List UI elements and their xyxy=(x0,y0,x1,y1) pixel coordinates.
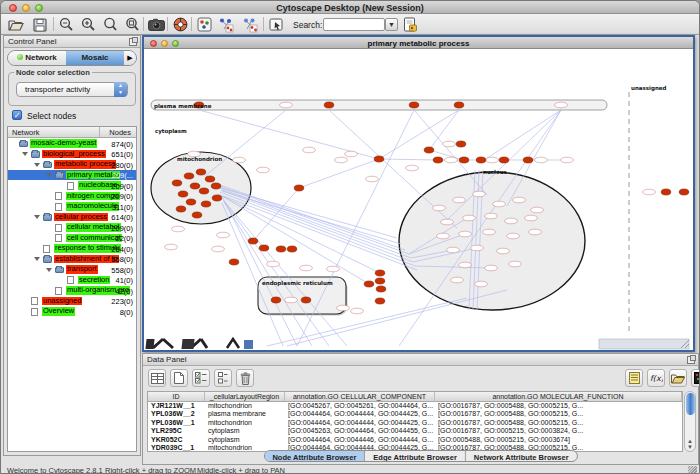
graph-node[interactable] xyxy=(199,188,209,194)
table-column-header[interactable]: ID xyxy=(148,392,205,401)
graph-node-unselected[interactable] xyxy=(445,157,458,163)
graph-node-unselected[interactable] xyxy=(303,147,316,153)
save-icon[interactable] xyxy=(31,16,49,33)
table-row[interactable]: YPL036W__2plasma membrane[GO:0044464, GO… xyxy=(148,410,682,418)
graph-node[interactable] xyxy=(276,246,286,252)
layout-force-icon[interactable] xyxy=(241,16,259,33)
function-builder-icon[interactable]: f(x) xyxy=(647,369,665,387)
graph-node[interactable] xyxy=(375,270,385,276)
window-titlebar[interactable]: Cytoscape Desktop (New Session) xyxy=(1,1,699,14)
graph-node[interactable] xyxy=(178,191,188,197)
tree-row[interactable]: establishment of lo558(0) xyxy=(8,254,136,265)
graph-node[interactable] xyxy=(176,206,186,212)
tree-row[interactable]: mosaic-demo-yeast874(0) xyxy=(8,138,136,149)
graph-node-unselected[interactable] xyxy=(406,165,419,171)
graph-node-unselected[interactable] xyxy=(351,308,364,314)
tree-row[interactable]: macromolecule311(0) xyxy=(8,201,136,212)
graph-node[interactable] xyxy=(196,169,206,175)
graph-node[interactable] xyxy=(364,281,374,287)
resize-grip[interactable] xyxy=(688,466,697,474)
layout-organic-icon[interactable] xyxy=(217,16,235,33)
graph-node-unselected[interactable] xyxy=(463,215,476,221)
graph-node-unselected[interactable] xyxy=(493,201,506,207)
expand-arrow-icon[interactable] xyxy=(34,257,40,261)
graph-node-unselected[interactable] xyxy=(212,246,225,252)
graph-node[interactable] xyxy=(190,183,200,189)
graph-node[interactable] xyxy=(454,102,464,108)
graph-node[interactable] xyxy=(409,102,419,108)
graph-node-unselected[interactable] xyxy=(555,102,568,108)
table-row[interactable]: YPL036W__1mitochondrion[GO:0044464, GO:0… xyxy=(148,419,682,427)
graph-node-unselected[interactable] xyxy=(561,157,574,163)
import-attributes-icon[interactable] xyxy=(669,369,687,387)
graph-node[interactable] xyxy=(205,176,215,182)
graph-node-unselected[interactable] xyxy=(257,167,270,173)
table-column-header[interactable]: annotation.GO MOLECULAR_FUNCTION xyxy=(435,392,682,401)
zoom-fit-icon[interactable] xyxy=(123,16,141,33)
graph-node-unselected[interactable] xyxy=(453,197,466,203)
tree-node-label[interactable]: transport xyxy=(66,265,98,274)
graph-node-unselected[interactable] xyxy=(507,233,520,239)
graph-node-unselected[interactable] xyxy=(447,247,460,253)
graph-node-unselected[interactable] xyxy=(497,248,510,254)
attribute-table[interactable]: ID_cellularLayoutRegionannotation.GO CEL… xyxy=(147,391,683,452)
graph-node[interactable] xyxy=(459,157,469,163)
graph-node[interactable] xyxy=(375,278,385,284)
graph-node-unselected[interactable] xyxy=(529,229,542,235)
import-table-icon[interactable] xyxy=(401,16,419,33)
graph-node[interactable] xyxy=(172,180,182,186)
unselect-attributes-icon[interactable] xyxy=(214,369,232,387)
graph-node-unselected[interactable] xyxy=(485,213,498,219)
tree-row[interactable]: cellular metabol209(0) xyxy=(8,222,136,233)
tree-row[interactable]: unassigned223(0) xyxy=(8,296,136,307)
open-folder-icon[interactable] xyxy=(7,16,25,33)
zoom-in-icon[interactable] xyxy=(79,16,97,33)
graph-node-unselected[interactable] xyxy=(483,229,496,235)
graph-node-unselected[interactable] xyxy=(513,197,526,203)
graph-node-unselected[interactable] xyxy=(475,281,488,287)
graph-node[interactable] xyxy=(229,259,239,265)
browser-tab-node[interactable]: Node Attribute Browser xyxy=(264,451,365,461)
graph-node-unselected[interactable] xyxy=(531,207,544,213)
zoom-out-icon[interactable] xyxy=(57,16,75,33)
graph-node[interactable] xyxy=(301,297,311,303)
tree-row[interactable]: Overview8(0) xyxy=(8,306,136,317)
tab-overflow-arrow[interactable]: ▶ xyxy=(124,51,136,65)
expand-arrow-icon[interactable] xyxy=(34,163,40,167)
table-row[interactable]: YJR121W__1mitochondrion[GO:0045267, GO:0… xyxy=(148,402,682,410)
graph-node-unselected[interactable] xyxy=(172,226,185,232)
graph-node-unselected[interactable] xyxy=(285,297,298,303)
new-attribute-icon[interactable] xyxy=(170,369,188,387)
annotation-icon[interactable] xyxy=(267,16,285,33)
graph-node-unselected[interactable] xyxy=(337,305,350,311)
browser-tab-edge[interactable]: Edge Attribute Browser xyxy=(365,451,465,461)
graph-node[interactable] xyxy=(186,199,196,205)
tree-node-label[interactable]: unassigned xyxy=(42,297,82,306)
graph-node[interactable] xyxy=(184,173,194,179)
tree-row[interactable]: metabolic process280(0) xyxy=(8,159,136,170)
graph-node-unselected[interactable] xyxy=(471,245,484,251)
tree-row[interactable]: nucleobase-209(0) xyxy=(8,180,136,191)
select-attributes-icon[interactable] xyxy=(192,369,210,387)
delete-attribute-icon[interactable] xyxy=(236,369,254,387)
attribute-editor-icon[interactable] xyxy=(625,369,643,387)
vizmapper-icon[interactable] xyxy=(195,16,213,33)
graph-node[interactable] xyxy=(661,189,671,195)
select-nodes-checkbox[interactable]: ✓ xyxy=(12,110,22,120)
graph-node-unselected[interactable] xyxy=(459,262,472,268)
graph-node-unselected[interactable] xyxy=(335,157,348,163)
graph-node-unselected[interactable] xyxy=(443,141,456,147)
graph-node-unselected[interactable] xyxy=(509,261,522,267)
tree-row[interactable]: secretion41(0) xyxy=(8,275,136,286)
graph-node-unselected[interactable] xyxy=(459,231,472,237)
node-color-select[interactable]: transporter activity ▲▼ xyxy=(16,82,128,97)
network-canvas[interactable]: plasma membranecytoplasmmitochondrionnuc… xyxy=(144,49,693,350)
tree-node-label[interactable]: cellular process xyxy=(54,213,108,222)
graph-node-unselected[interactable] xyxy=(327,266,340,272)
table-row[interactable]: YLR295Ccytoplasm[GO:0045263, GO:0044464,… xyxy=(148,427,682,435)
float-panel-icon[interactable] xyxy=(129,38,137,46)
graph-node[interactable] xyxy=(324,102,334,108)
graph-node[interactable] xyxy=(374,156,384,162)
graph-node[interactable] xyxy=(294,185,304,191)
graph-node-unselected[interactable] xyxy=(505,218,518,224)
